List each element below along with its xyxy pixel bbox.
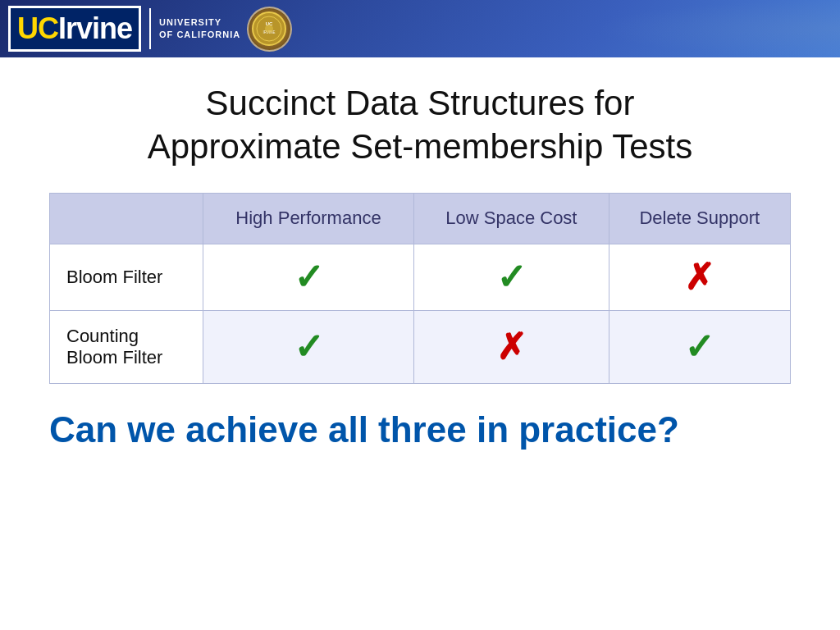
col-header-high-performance: High Performance	[203, 194, 413, 244]
counting-low-space-cost: ✗	[414, 310, 609, 383]
table-header-row: High Performance Low Space Cost Delete S…	[50, 194, 791, 244]
check-icon: ✓	[294, 326, 324, 367]
page-header: UCIrvine UNIVERSITY OF CALIFORNIA UC IRV…	[0, 0, 840, 57]
uci-logo-text: UCIrvine	[8, 6, 141, 52]
uc-letters: UC	[17, 11, 58, 45]
bloom-low-space-cost: ✓	[414, 244, 609, 310]
check-icon: ✓	[294, 257, 324, 297]
bloom-high-performance: ✓	[203, 244, 413, 310]
university-subtitle: UNIVERSITY OF CALIFORNIA	[159, 16, 240, 42]
question-text: Can we achieve all three in practice?	[49, 409, 791, 452]
bottom-question: Can we achieve all three in practice?	[49, 409, 791, 452]
bloom-delete-support: ✗	[609, 244, 790, 310]
check-icon: ✓	[496, 257, 527, 297]
col-header-empty	[50, 194, 203, 244]
svg-point-4	[265, 25, 273, 33]
slide-title: Succinct Data Structures for Approximate…	[49, 82, 791, 168]
uci-logo: UCIrvine UNIVERSITY OF CALIFORNIA UC IRV…	[8, 6, 292, 52]
comparison-table: High Performance Low Space Cost Delete S…	[49, 193, 791, 384]
main-content: Succinct Data Structures for Approximate…	[0, 57, 840, 468]
cross-icon: ✗	[684, 257, 714, 297]
irvine-text: Irvine	[58, 11, 132, 45]
university-seal: UC IRVINE	[247, 7, 292, 52]
col-header-low-space-cost: Low Space Cost	[414, 194, 609, 244]
cross-icon: ✗	[496, 326, 527, 367]
col-header-delete-support: Delete Support	[609, 194, 790, 244]
check-icon: ✓	[684, 326, 714, 367]
table-row: Bloom Filter ✓ ✓ ✗	[50, 244, 791, 310]
counting-high-performance: ✓	[203, 310, 413, 383]
row-label-bloom-filter: Bloom Filter	[50, 244, 203, 310]
title-line-1: Succinct Data Structures for	[206, 84, 635, 122]
row-label-counting-bloom-filter: CountingBloom Filter	[50, 310, 203, 383]
logo-divider	[149, 8, 151, 49]
table-row: CountingBloom Filter ✓ ✗ ✓	[50, 310, 791, 383]
counting-delete-support: ✓	[609, 310, 790, 383]
title-line-2: Approximate Set-membership Tests	[148, 127, 693, 166]
